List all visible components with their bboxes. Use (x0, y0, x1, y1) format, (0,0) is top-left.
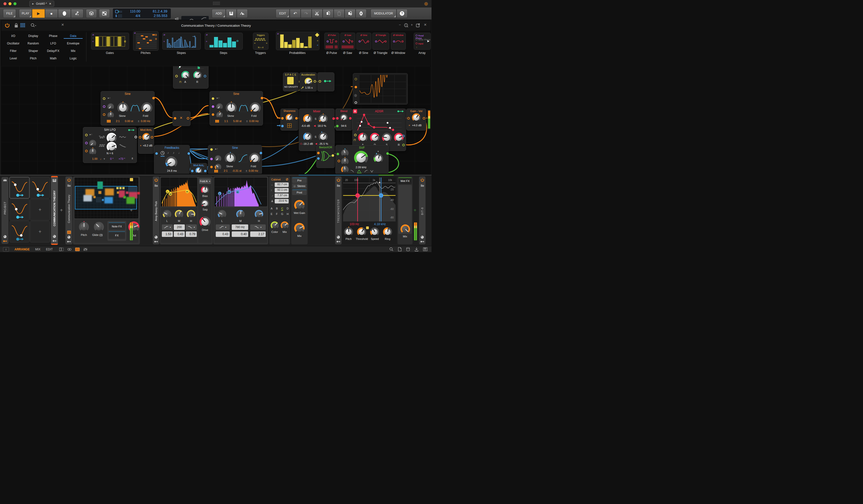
stereo-button[interactable]: ◎Stereo (292, 184, 307, 188)
multiply-out-port[interactable] (187, 117, 189, 119)
category-lfo[interactable]: LFO (44, 42, 63, 45)
modamt2-in-port[interactable] (191, 170, 193, 172)
tab-close-icon[interactable]: ✕ (49, 2, 51, 5)
shlfo-offset-value[interactable]: +73 ° (118, 157, 125, 160)
module-oscilloscope[interactable]: ◎ (353, 73, 408, 104)
category-pitch[interactable]: Pitch (24, 56, 43, 60)
mix-view-button[interactable]: MIX (35, 248, 40, 251)
cab-height-field[interactable]: 92.1 cm (275, 188, 289, 192)
cab-shape-field[interactable]: 23.6 % (275, 199, 289, 203)
palette-module-probabilities[interactable]: Ø oo (276, 32, 320, 50)
cab-color-knob[interactable] (271, 222, 279, 229)
duplicate-button[interactable] (345, 9, 355, 18)
panel-scroll-indicator[interactable] (299, 175, 378, 176)
gainvol-in-port[interactable] (407, 117, 410, 119)
category-delayfx[interactable]: Delay/FX (44, 49, 63, 53)
threshold-mod-badge[interactable] (366, 226, 369, 229)
modulator-menu-button[interactable]: MODULATOR (371, 9, 397, 18)
mixer-solo2[interactable]: S (315, 135, 316, 138)
svf-out-port[interactable] (386, 152, 389, 155)
tree-speed-knob[interactable] (370, 227, 379, 236)
grid-editor-close-icon[interactable]: ✕ (424, 23, 427, 27)
ar-gate-in-port[interactable] (175, 75, 178, 77)
palette-module-phase-pulse[interactable]: Ø Pulse (324, 33, 339, 50)
post-mid-knob[interactable] (236, 210, 245, 218)
sine3-ratio[interactable]: 2:1 (224, 169, 227, 172)
blend-in-port[interactable] (336, 117, 339, 119)
ar-release-knob[interactable] (193, 71, 202, 79)
note-triplet-icon[interactable]: ♪ (167, 151, 169, 154)
category-envelope[interactable]: Envelope (64, 42, 83, 45)
modamt1-knob[interactable] (142, 133, 150, 141)
routing-mix-knob[interactable] (294, 223, 305, 234)
tree-low-freq[interactable]: 103 Hz (350, 223, 359, 226)
modout-in-port[interactable] (318, 80, 321, 83)
shlfo-out-port[interactable] (135, 136, 137, 138)
cab-slot-e[interactable]: E (271, 212, 273, 215)
sine2-freq[interactable]: 0.00 Hz (249, 119, 259, 123)
mixer-gain1-knob[interactable] (303, 114, 312, 123)
sine3-semitones[interactable]: -0.31 st (232, 169, 241, 172)
add-device-after-ct[interactable]: + (130, 207, 133, 213)
song-time-value[interactable]: 2:55.553 (142, 13, 167, 18)
post-low-shape-dropdown[interactable]: ▾ (216, 224, 230, 230)
mixer-pan2-knob[interactable] (318, 132, 328, 141)
sine3-freq[interactable]: 0.00 Hz (249, 169, 258, 172)
search-icon[interactable] (389, 247, 393, 251)
amp-high-shape-dropdown[interactable]: ▾ (186, 224, 197, 230)
redo-button[interactable]: ↷ (301, 9, 312, 18)
category-mix[interactable]: Mix (64, 49, 83, 53)
pre-button[interactable]: Pre (292, 177, 307, 183)
tree-high-freq[interactable]: 4.18 kHz (374, 223, 386, 226)
modamt1-out-port[interactable] (151, 136, 153, 139)
adsr-d-knob[interactable] (370, 133, 379, 142)
acceleration-value[interactable]: 1.55 s (305, 86, 313, 89)
svf-keytrack-knob[interactable] (341, 166, 349, 173)
module-mod-out[interactable] (317, 72, 334, 91)
mixer-pan1-value[interactable]: 18.0 % (318, 124, 326, 127)
module-sine-3[interactable]: Sine ▸↑ Skew Fold 2:1 -0.31 st ± 0.00 Hz (208, 145, 262, 174)
sine3-phase-port[interactable] (210, 148, 213, 151)
cab-slot-a[interactable]: A (271, 207, 273, 211)
palette-module-slopes[interactable]: Øo (162, 33, 201, 50)
add-device-left[interactable]: + (60, 207, 63, 213)
palette-module-array[interactable]: Read Phase Write Phase Input ↑ ▶ (414, 33, 431, 50)
sharpness-mod-port[interactable] (281, 125, 284, 127)
mixer-pan1-knob[interactable] (318, 114, 328, 123)
device-power-icon[interactable] (421, 178, 424, 182)
category-oscillator[interactable]: Oscillator (4, 42, 23, 45)
module-acceleration[interactable]: Acceleration 1.55 s (299, 72, 317, 91)
sine3-fold-knob[interactable] (249, 153, 260, 164)
preset-folder-icon[interactable] (337, 184, 340, 187)
paste-button[interactable] (334, 9, 345, 18)
adsr-r-knob[interactable] (394, 133, 403, 142)
scope-in-port-2[interactable] (354, 86, 357, 88)
module-mod-amt-1[interactable]: Mod Amt₁ × +8.2 dB (138, 127, 154, 154)
category-logic[interactable]: Logic (64, 56, 83, 60)
mixer-gain2-knob[interactable] (303, 132, 312, 141)
dual-panel-icon[interactable] (59, 248, 64, 251)
module-blend[interactable]: Blend 94:6 (335, 109, 352, 130)
shlfo-rate-value[interactable]: 1.00 (92, 157, 97, 160)
category-display[interactable]: Display (24, 34, 43, 38)
sine3-sync-knob[interactable] (215, 155, 221, 162)
note-value-icon[interactable]: ♩ ▾ (100, 157, 105, 161)
database-icon[interactable] (406, 247, 410, 251)
arrange-view-button[interactable]: ARRANGE (14, 248, 30, 251)
shlfo-shape-knob[interactable] (107, 133, 117, 143)
svf-freq-value[interactable]: 2.09 kHz (352, 166, 371, 169)
sine3-fm-knob[interactable] (215, 164, 221, 170)
mod-route-icon[interactable] (397, 110, 404, 113)
svf-mod2-knob[interactable] (341, 158, 349, 165)
ct-device-strip[interactable]: Communication Theory (65, 176, 72, 244)
play-button[interactable]: ▶ (32, 9, 45, 18)
feedbacks-in-port[interactable] (155, 152, 158, 155)
link-icon[interactable] (67, 248, 72, 251)
module-sh-lfo[interactable]: S/H LFO ▸↑ N = 6 (83, 127, 137, 163)
feedbacks-out-port[interactable] (188, 152, 190, 155)
gainvol-knob[interactable] (412, 113, 421, 122)
overdub-button[interactable] (86, 9, 97, 18)
device-power-icon[interactable] (337, 178, 340, 182)
ct-pitch-knob[interactable] (79, 222, 89, 232)
category-io[interactable]: I/O (4, 34, 23, 38)
